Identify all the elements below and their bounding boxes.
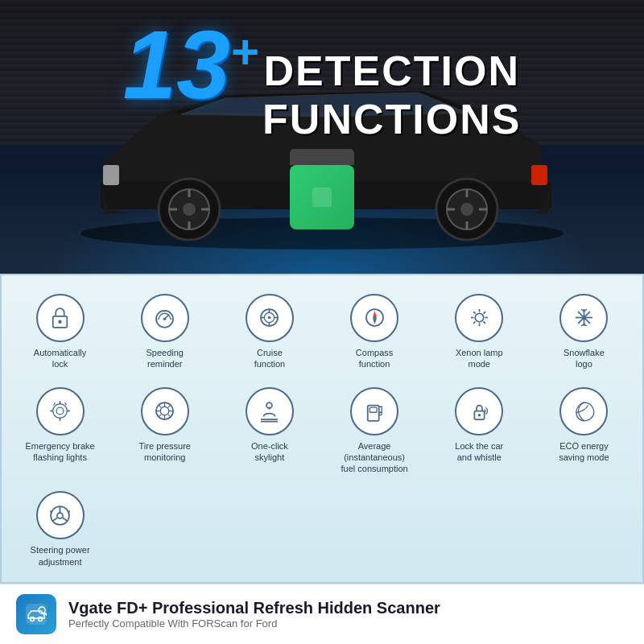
compass-icon-circle: [350, 294, 398, 342]
whistle-label: Lock the carand whistle: [455, 440, 503, 464]
svg-line-46: [473, 322, 475, 324]
bottom-bar: Vgate FD+ Professional Refresh Hidden Sc…: [0, 584, 644, 644]
xenon-label: Xenon lampmode: [456, 347, 503, 370]
svg-line-62: [54, 402, 56, 406]
speed-icon-circle: [141, 294, 189, 342]
app-title: Vgate FD+ Professional Refresh Hidden Sc…: [68, 599, 628, 617]
feature-compass: Compassfunction: [324, 287, 424, 377]
speed-label: Speedingreminder: [146, 347, 184, 370]
features-grid: Automaticallylock Speedingreminder: [10, 287, 634, 574]
steering-icon-circle: [36, 491, 85, 539]
bottom-text-block: Vgate FD+ Professional Refresh Hidden Sc…: [68, 599, 628, 630]
svg-line-86: [52, 518, 58, 521]
svg-line-63: [65, 402, 67, 406]
svg-line-70: [159, 405, 162, 408]
svg-line-71: [168, 415, 171, 418]
feature-whistle: Lock the carand whistle: [429, 381, 530, 481]
feature-fuel: Average (instantaneous)fuel consumption: [324, 381, 424, 481]
svg-line-44: [483, 322, 485, 324]
svg-point-29: [268, 316, 271, 320]
snowflake-label: Snowflakelogo: [564, 347, 605, 370]
svg-point-38: [475, 314, 484, 323]
feature-cruise: Cruisefunction: [219, 287, 320, 377]
svg-point-6: [183, 203, 196, 216]
feature-auto-lock: Automaticallylock: [10, 287, 110, 377]
svg-point-37: [373, 316, 376, 320]
fuel-label: Average (instantaneous)fuel consumption: [327, 440, 421, 475]
svg-rect-3: [103, 165, 119, 185]
svg-point-13: [460, 203, 473, 216]
snowflake-icon-circle: [559, 294, 608, 342]
svg-point-82: [477, 414, 481, 417]
feature-skylight: One-clickskylight: [219, 381, 320, 481]
cruise-icon-circle: [246, 294, 294, 342]
feature-steering: Steering poweradjustment: [10, 485, 110, 574]
feature-emergency-brake: Emergency brakeflashing lights: [10, 381, 110, 481]
svg-point-56: [53, 404, 68, 419]
whistle-icon-circle: [455, 387, 503, 436]
feature-eco: ECO energysaving mode: [534, 381, 634, 481]
hero-section: 13+DETECTIONFUNCTIONS: [0, 0, 644, 274]
svg-rect-79: [369, 407, 377, 412]
features-section: Automaticallylock Speedingreminder: [0, 274, 644, 584]
svg-line-72: [168, 405, 171, 408]
cruise-label: Cruisefunction: [254, 347, 286, 370]
svg-line-43: [473, 312, 475, 313]
svg-line-73: [159, 415, 162, 418]
detection-number: 13: [123, 16, 230, 113]
feature-speed-reminder: Speedingreminder: [114, 287, 215, 377]
compass-label: Compassfunction: [356, 347, 393, 370]
svg-rect-2: [531, 165, 547, 185]
svg-rect-18: [312, 188, 332, 207]
detection-plus: +: [230, 24, 258, 80]
svg-point-80: [378, 412, 382, 415]
fuel-icon-circle: [350, 387, 398, 436]
detection-line2: FUNCTIONS: [262, 95, 521, 143]
tire-icon-circle: [141, 387, 189, 436]
detection-line1: DETECTION: [262, 47, 521, 95]
detection-text: DETECTIONFUNCTIONS: [262, 47, 521, 143]
tire-label: Tire pressuremonitoring: [139, 440, 191, 464]
xenon-icon-circle: [455, 294, 503, 342]
emergency-icon-circle: [36, 387, 85, 436]
eco-label: ECO energysaving mode: [559, 440, 609, 464]
app-subtitle: Perfectly Compatible With FORScan for Fo…: [68, 617, 628, 630]
svg-line-87: [63, 518, 68, 521]
svg-line-45: [483, 312, 485, 313]
obd-body: [290, 165, 354, 229]
steering-label: Steering poweradjustment: [31, 544, 90, 568]
feature-snowflake: Snowflakelogo: [534, 287, 634, 377]
auto-lock-icon-circle: [36, 294, 85, 342]
app-icon: [16, 594, 56, 634]
obd-device: [290, 149, 354, 229]
svg-point-65: [160, 407, 169, 415]
feature-xenon: Xenon lampmode: [429, 287, 530, 377]
skylight-icon-circle: [246, 387, 294, 436]
hero-title: 13+DETECTIONFUNCTIONS: [0, 16, 644, 143]
svg-point-23: [163, 318, 167, 321]
feature-tire-pressure: Tire pressuremonitoring: [114, 381, 215, 481]
emergency-label: Emergency brakeflashing lights: [25, 440, 94, 464]
svg-point-57: [56, 407, 64, 415]
main-container: 13+DETECTIONFUNCTIONS: [0, 0, 644, 644]
obd-connector: [290, 149, 354, 165]
svg-point-84: [57, 513, 63, 518]
svg-point-51: [582, 316, 585, 320]
auto-lock-label: Automaticallylock: [34, 347, 86, 370]
svg-point-20: [58, 320, 61, 324]
skylight-label: One-clickskylight: [251, 440, 288, 464]
eco-icon-circle: [559, 387, 608, 436]
